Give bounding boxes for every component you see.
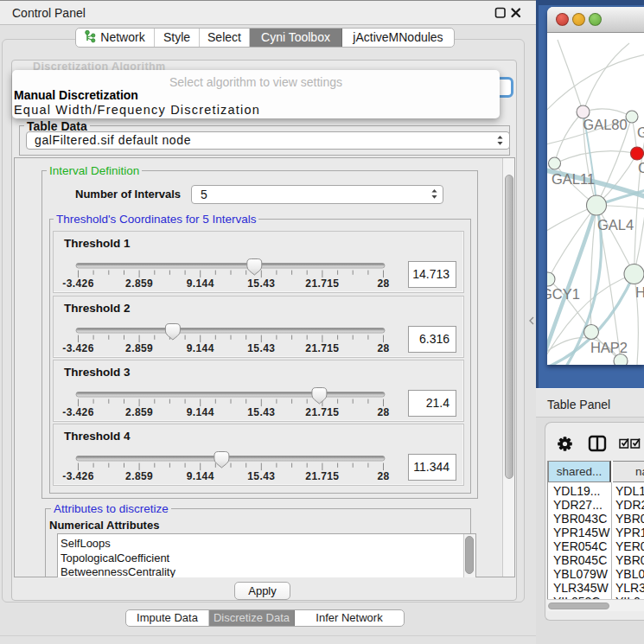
svg-text:GA: GA [637, 124, 644, 140]
svg-text:HA: HA [635, 284, 644, 300]
svg-text:GAL11: GAL11 [552, 171, 595, 187]
svg-text:28: 28 [377, 406, 389, 418]
svg-text:-3.426: -3.426 [62, 342, 93, 354]
svg-text:21.715: 21.715 [305, 342, 339, 354]
svg-text:2.859: 2.859 [125, 342, 153, 354]
svg-text:GAL4: GAL4 [597, 217, 634, 233]
svg-text:-3.426: -3.426 [62, 277, 93, 290]
svg-text:-3.426: -3.426 [62, 406, 93, 418]
svg-text:-3.426: -3.426 [62, 470, 93, 482]
svg-text:9.144: 9.144 [187, 406, 214, 418]
svg-text:2.859: 2.859 [125, 277, 153, 290]
svg-text:15.43: 15.43 [247, 406, 275, 418]
svg-text:9.144: 9.144 [187, 342, 214, 354]
svg-text:21.715: 21.715 [305, 277, 339, 290]
svg-text:15.43: 15.43 [247, 342, 275, 354]
svg-text:GAL80: GAL80 [583, 117, 627, 132]
svg-text:HAP2: HAP2 [590, 340, 628, 355]
svg-text:C: C [638, 160, 644, 175]
svg-text:15.43: 15.43 [247, 470, 275, 482]
svg-text:28: 28 [377, 277, 389, 290]
svg-text:15.43: 15.43 [247, 277, 275, 290]
svg-text:9.144: 9.144 [187, 277, 214, 290]
svg-text:28: 28 [377, 470, 389, 482]
svg-text:21.715: 21.715 [305, 406, 339, 418]
svg-text:2.859: 2.859 [125, 470, 153, 482]
svg-text:GCY1: GCY1 [547, 286, 580, 302]
svg-text:9.144: 9.144 [187, 470, 214, 482]
svg-text:21.715: 21.715 [305, 470, 339, 482]
svg-text:28: 28 [377, 342, 389, 354]
svg-text:2.859: 2.859 [125, 406, 153, 418]
